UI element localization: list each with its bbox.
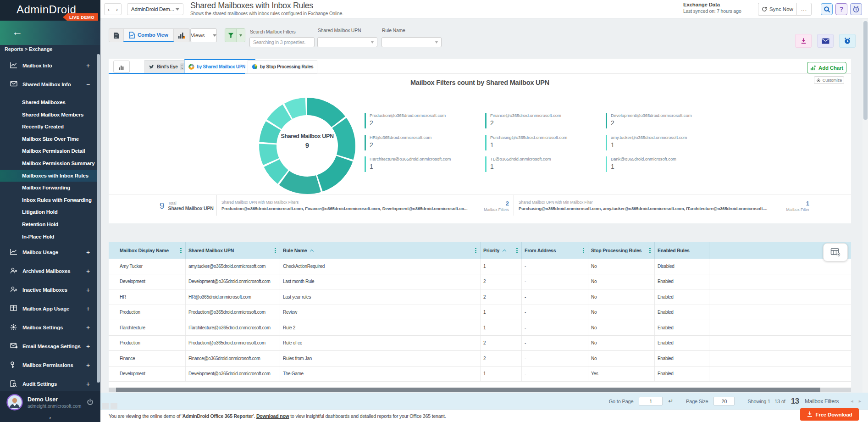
- search-input[interactable]: [249, 37, 315, 47]
- expand-icon[interactable]: +: [86, 361, 90, 369]
- collapse-icon[interactable]: −: [86, 81, 90, 88]
- history-nav-buttons[interactable]: ‹›: [104, 3, 122, 15]
- sidebar-scrollbar[interactable]: [97, 54, 100, 383]
- expand-icon[interactable]: +: [86, 62, 90, 69]
- sidebar-item-retention-hold[interactable]: Retention Hold: [0, 218, 97, 231]
- table-row[interactable]: ITarchitectureITarchitecture@o365droid.o…: [109, 320, 851, 336]
- table-row[interactable]: FinanceFinance@o365droid.onmicrosoft.com…: [109, 351, 851, 366]
- legend-item[interactable]: Purchasing@o365droid.onmicrosoft.com1: [485, 135, 606, 150]
- column-menu-icon[interactable]: [516, 248, 518, 254]
- column-header-mailbox-display-name[interactable]: Mailbox Display Name: [109, 242, 186, 259]
- hscroll-thumb[interactable]: [116, 388, 820, 392]
- table-row[interactable]: ProductionProduction@o365droid.onmicroso…: [109, 336, 851, 351]
- sidebar-item-mailbox-forwarding[interactable]: Mailbox Forwarding: [0, 182, 97, 194]
- column-header-rule-name[interactable]: Rule Name: [280, 242, 481, 259]
- legend-item[interactable]: Finance@o365droid.onmicrosoft.com2: [485, 113, 606, 128]
- sidebar-item-mailbox-permission-detail[interactable]: Mailbox Permission Detail: [0, 145, 97, 157]
- sidebar-item-inactive-mailboxes[interactable]: Inactive Mailboxes+: [0, 280, 97, 299]
- sidebar-item-shared-mailbox-info[interactable]: Shared Mailbox Info−: [0, 75, 97, 94]
- column-header-stop-processing-rules[interactable]: Stop Processing Rules: [588, 242, 655, 259]
- add-chart-button[interactable]: Add Chart: [807, 62, 846, 73]
- expand-icon[interactable]: +: [86, 305, 90, 312]
- table-row[interactable]: HRHR@o365droid.onmicrosoft.comLast year …: [109, 289, 851, 305]
- column-header-priority[interactable]: Priority: [481, 242, 522, 259]
- sidebar-item-in-place-hold[interactable]: In-Place Hold: [0, 231, 97, 243]
- filter-funnel-button[interactable]: [225, 29, 236, 42]
- column-menu-icon[interactable]: [275, 248, 276, 254]
- expand-icon[interactable]: +: [86, 249, 90, 256]
- legend-item[interactable]: Development@o365droid.onmicrosoft.com2: [606, 113, 726, 128]
- combo-view-tab[interactable]: Combo View: [123, 29, 174, 42]
- sidebar-item-mailbox-usage[interactable]: Mailbox Usage+: [0, 243, 97, 261]
- page-size-input[interactable]: [713, 397, 735, 405]
- chart-view-button[interactable]: [174, 29, 189, 42]
- sync-more-button[interactable]: ...: [796, 3, 812, 16]
- free-download-button[interactable]: Free Download: [800, 408, 859, 421]
- sidebar-collapse-button[interactable]: ‹: [0, 414, 100, 422]
- back-arrow-icon[interactable]: ←: [12, 26, 22, 38]
- column-header-enabled-rules[interactable]: Enabled Rules: [655, 242, 709, 259]
- legend-item[interactable]: ITarchitecture@o365droid.onmicrosoft.com…: [365, 156, 485, 172]
- chart-list-button[interactable]: [113, 61, 130, 73]
- tab-by-stop-processing-rules[interactable]: by Stop Processing Rules: [248, 60, 317, 73]
- grid-view-button[interactable]: [109, 29, 123, 42]
- sidebar-item-mailbox-size-over-time[interactable]: Mailbox Size Over Time: [0, 133, 97, 145]
- sidebar-item-mailbox-settings[interactable]: Mailbox Settings+: [0, 318, 97, 337]
- sidebar-item-mailboxes-with-inbox-rules[interactable]: Mailboxes with Inbox Rules: [0, 170, 97, 182]
- back-chevron-icon[interactable]: ‹: [108, 6, 110, 13]
- column-menu-icon[interactable]: [475, 248, 476, 254]
- rule-name-filter-select[interactable]: [381, 37, 442, 47]
- sidebar-item-mailbox-app-usage[interactable]: Mailbox App Usage+: [0, 299, 97, 318]
- column-chooser-button[interactable]: [823, 243, 848, 261]
- sidebar-item-archived-mailboxes[interactable]: Archived Mailboxes+: [0, 261, 97, 280]
- column-menu-icon[interactable]: [649, 248, 651, 254]
- sidebar-item-litigation-hold[interactable]: Litigation Hold: [0, 206, 97, 218]
- legend-item[interactable]: Production@o365droid.onmicrosoft.com2: [365, 113, 485, 128]
- column-menu-icon[interactable]: [583, 248, 584, 254]
- forward-chevron-icon[interactable]: ›: [116, 6, 118, 13]
- page-scrollbar[interactable]: [862, 19, 868, 393]
- logout-power-icon[interactable]: [86, 399, 94, 406]
- filter-dropdown-button[interactable]: [236, 29, 245, 42]
- expand-icon[interactable]: +: [86, 286, 90, 294]
- horizontal-scrollbar[interactable]: [109, 388, 851, 392]
- legend-item[interactable]: HR@o365droid.onmicrosoft.com2: [365, 135, 485, 150]
- views-dropdown[interactable]: Views: [190, 28, 217, 42]
- upn-filter-select[interactable]: [317, 37, 377, 47]
- vscroll-thumb[interactable]: [863, 21, 868, 120]
- sidebar-item-recently-created[interactable]: Recently Created: [0, 121, 97, 133]
- legend-item[interactable]: amy.tucker@o365droid.onmicrosoft.com1: [606, 135, 726, 150]
- sidebar-item-email-message-settings[interactable]: Email Message Settings+: [0, 337, 97, 355]
- next-page-icon[interactable]: ▸: [859, 398, 861, 404]
- table-row[interactable]: ProductionProduction@o365droid.onmicroso…: [109, 305, 851, 321]
- sidebar-item-shared-mailboxes[interactable]: Shared Mailboxes: [0, 96, 97, 109]
- legend-item[interactable]: Bank@o365droid.onmicrosoft.com1: [606, 156, 726, 172]
- table-row[interactable]: Amy Tuckeramy.tucker@o365droid.onmicroso…: [109, 259, 851, 274]
- sidebar-item-inbox-rules-with-forwarding[interactable]: Inbox Rules with Forwarding: [0, 194, 97, 206]
- user-block[interactable]: Demo User admeight.onmicrosoft.com: [0, 391, 100, 414]
- tab-by-shared-mailbox-upn[interactable]: by Shared Mailbox UPN ×: [184, 59, 255, 73]
- goto-page-input[interactable]: [639, 397, 663, 405]
- column-header-from-address[interactable]: From Address: [522, 242, 588, 259]
- schedule-report-button[interactable]: [839, 34, 856, 48]
- sidebar-item-audit-settings[interactable]: Audit Settings+: [0, 374, 97, 393]
- email-report-button[interactable]: [817, 34, 834, 48]
- prev-page-icon[interactable]: ◂: [851, 398, 853, 404]
- column-header-shared-mailbox-upn[interactable]: Shared Mailbox UPN: [186, 242, 280, 259]
- column-menu-icon[interactable]: [180, 248, 182, 254]
- sidebar-item-mailbox-permission-summary[interactable]: Mailbox Permission Summary: [0, 157, 97, 170]
- global-search-button[interactable]: [821, 3, 833, 15]
- sidebar-item-mailbox-permissions[interactable]: Mailbox Permissions+: [0, 355, 97, 374]
- expand-icon[interactable]: +: [86, 267, 90, 275]
- table-row[interactable]: DevelopmentDevelopment@o365droid.onmicro…: [109, 274, 851, 290]
- expand-icon[interactable]: +: [86, 324, 90, 331]
- expand-icon[interactable]: +: [86, 343, 90, 350]
- export-download-button[interactable]: [795, 34, 812, 48]
- tenant-selector[interactable]: AdminDroid Dem...: [127, 3, 183, 15]
- sync-now-button[interactable]: Sync Now: [758, 3, 796, 16]
- download-now-link[interactable]: Download now: [256, 413, 289, 419]
- table-row[interactable]: DevelopmentDevelopment@o365droid.onmicro…: [109, 366, 851, 382]
- sidebar-item-mailbox-info[interactable]: Mailbox Info+: [0, 56, 97, 75]
- legend-item[interactable]: TL@o365droid.onmicrosoft.com1: [485, 156, 606, 172]
- help-button[interactable]: ?: [835, 3, 847, 15]
